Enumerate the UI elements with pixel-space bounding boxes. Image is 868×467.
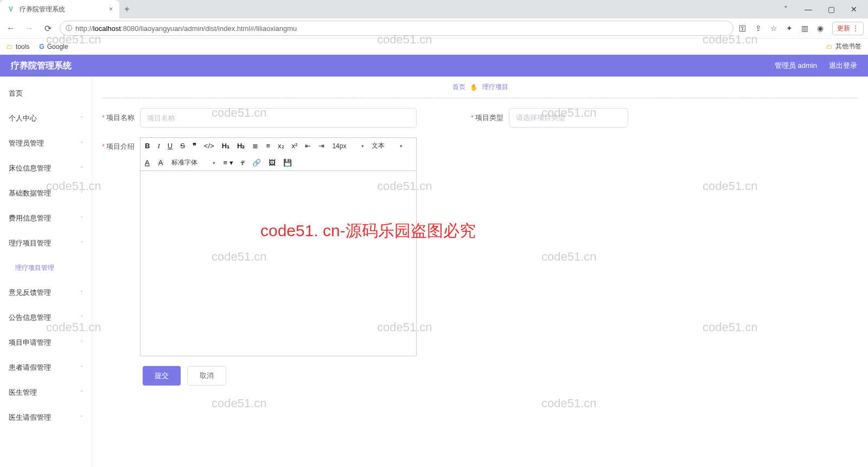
strike-icon[interactable]: S (180, 142, 185, 150)
chevron-down-icon: ˅ (80, 166, 83, 172)
sidebar-item[interactable]: 管理员管理˅ (0, 131, 92, 156)
h2-icon[interactable]: H₂ (237, 142, 245, 150)
chevron-down-icon: ˅ (80, 390, 83, 396)
user-label[interactable]: 管理员 admin (775, 61, 817, 71)
chevron-down-icon: ˅ (80, 116, 83, 122)
sidebar-item[interactable]: 项目申请管理˅ (0, 330, 92, 355)
window-controls: ˅ — ▢ ✕ (780, 5, 868, 14)
rich-text-editor: B I U S ❞ </> H₁ H₂ ≣ ≡ x₂ x² ⇤ ⇥ 14px 文… (140, 137, 417, 356)
code-icon[interactable]: </> (204, 142, 214, 150)
back-icon[interactable]: ← (4, 23, 17, 33)
maximize-icon[interactable]: ▢ (826, 5, 837, 14)
bold-icon[interactable]: B (145, 142, 150, 150)
fontcolor-icon[interactable]: A (145, 159, 150, 167)
link-icon[interactable]: 🔗 (252, 159, 261, 167)
sidebar-item[interactable]: 床位信息管理˅ (0, 156, 92, 181)
label-project-type: *项目类型 (471, 113, 503, 123)
chevron-down-icon: ˅ (80, 315, 83, 321)
sidebar-item[interactable]: 费用信息管理˅ (0, 206, 92, 231)
sidebar-item[interactable]: 医生管理˅ (0, 380, 92, 405)
star-icon[interactable]: ☆ (770, 24, 777, 33)
sidebar-item-label: 基础数据管理 (9, 188, 51, 198)
close-icon[interactable]: × (109, 5, 113, 13)
subscript-icon[interactable]: x₂ (278, 142, 284, 150)
reload-icon[interactable]: ⟳ (41, 23, 54, 34)
extensions-icon[interactable]: ✦ (786, 24, 793, 33)
fontsize-select[interactable]: 14px (332, 142, 364, 150)
logout-button[interactable]: 退出登录 (829, 61, 857, 71)
sidebar-item-label: 首页 (9, 89, 23, 98)
folder-icon: 🗀 (7, 43, 13, 51)
sidebar-item[interactable]: 意见反馈管理˅ (0, 280, 92, 305)
sidebar-item[interactable]: 基础数据管理˅ (0, 181, 92, 206)
sidebar-item[interactable]: 首页 (0, 81, 92, 106)
indent-icon[interactable]: ⇤ (305, 142, 311, 150)
update-button[interactable]: 更新⋮ (832, 22, 864, 35)
bookmark-tools[interactable]: 🗀tools (7, 43, 29, 51)
submit-button[interactable]: 提交 (143, 366, 181, 386)
vue-favicon-icon: V (7, 5, 15, 14)
sidebar-item[interactable]: 患者请假管理˅ (0, 355, 92, 380)
breadcrumb-home[interactable]: 首页 (452, 83, 465, 92)
sidebar-item-label: 个人中心 (9, 113, 37, 123)
chevron-down-icon[interactable]: ˅ (780, 5, 791, 14)
bookmark-google[interactable]: GGoogle (39, 43, 68, 51)
share-icon[interactable]: ⇪ (755, 24, 762, 33)
google-icon: G (39, 43, 44, 51)
image-icon[interactable]: 🖼 (269, 159, 276, 167)
align-select[interactable]: ≡ ▾ (223, 159, 233, 167)
browser-tab-bar: V 疗养院管理系统 × + ˅ — ▢ ✕ (0, 0, 868, 18)
other-bookmarks[interactable]: 🗀其他书签 (826, 42, 861, 51)
breadcrumb-current: 理疗项目 (482, 83, 508, 92)
ordered-list-icon[interactable]: ≣ (252, 142, 258, 150)
project-type-select[interactable]: 请选择项目类型 (509, 108, 628, 128)
sidebar-item[interactable]: 理疗项目管理˄ (0, 231, 92, 256)
h1-icon[interactable]: H₁ (222, 142, 229, 150)
profile-icon[interactable]: ◉ (817, 24, 824, 33)
bgcolor-icon[interactable]: A (157, 159, 164, 167)
save-icon[interactable]: 💾 (283, 159, 292, 167)
cancel-button[interactable]: 取消 (187, 366, 226, 386)
label-project-intro: *项目介绍 (102, 137, 135, 152)
url-input[interactable]: ⓘ http://localhost:8080/liaoyangyuan/adm… (60, 21, 733, 36)
clear-format-icon[interactable]: T (241, 159, 245, 167)
fontfamily-select[interactable]: 标准字体 (171, 158, 215, 167)
app-title: 疗养院管理系统 (11, 60, 72, 72)
minimize-icon[interactable]: — (803, 5, 814, 14)
close-window-icon[interactable]: ✕ (848, 5, 859, 14)
sidebar-item[interactable]: 个人中心˅ (0, 106, 92, 131)
sidebar-item-label: 管理员管理 (9, 138, 44, 148)
italic-icon[interactable]: I (157, 142, 159, 150)
outdent-icon[interactable]: ⇥ (318, 142, 324, 150)
quote-icon[interactable]: ❞ (193, 142, 196, 150)
project-name-input[interactable] (140, 108, 417, 128)
new-tab-button[interactable]: + (119, 4, 135, 14)
chevron-down-icon: ˅ (80, 191, 83, 197)
sidebar-item-label: 项目申请管理 (9, 338, 51, 348)
info-icon: ⓘ (66, 24, 72, 33)
url-text: http://localhost:8080/liaoyangyuan/admin… (75, 24, 297, 33)
sidebar-item-label: 意见反馈管理 (9, 288, 51, 298)
breadcrumb: 首页 ✋ 理疗项目 (102, 77, 858, 98)
tab-title: 疗养院管理系统 (20, 5, 65, 14)
sidebar-item-label: 理疗项目管理 (9, 238, 51, 248)
chevron-up-icon: ˄ (80, 241, 83, 247)
unordered-list-icon[interactable]: ≡ (266, 142, 270, 150)
sidebar-item-label: 公告信息管理 (9, 313, 51, 323)
editor-toolbar: B I U S ❞ </> H₁ H₂ ≣ ≡ x₂ x² ⇤ ⇥ 14px 文… (141, 138, 416, 171)
panel-icon[interactable]: ▥ (801, 24, 808, 33)
key-icon[interactable]: ⚿ (739, 24, 746, 33)
sidebar-item[interactable]: 医生请假管理˅ (0, 405, 92, 430)
browser-tab[interactable]: V 疗养院管理系统 × (0, 0, 119, 18)
chevron-down-icon: ˅ (80, 365, 83, 371)
underline-icon[interactable]: U (168, 142, 173, 150)
superscript-icon[interactable]: x² (292, 142, 298, 150)
forward-icon[interactable]: → (23, 23, 36, 33)
folder-icon: 🗀 (826, 43, 833, 51)
chevron-down-icon: ˅ (80, 340, 83, 346)
chevron-down-icon: ˅ (80, 216, 83, 222)
editor-textarea[interactable] (141, 171, 416, 356)
sidebar-subitem[interactable]: 理疗项目管理 (0, 256, 92, 280)
sidebar-item[interactable]: 公告信息管理˅ (0, 305, 92, 330)
style-select[interactable]: 文本 (372, 141, 403, 150)
